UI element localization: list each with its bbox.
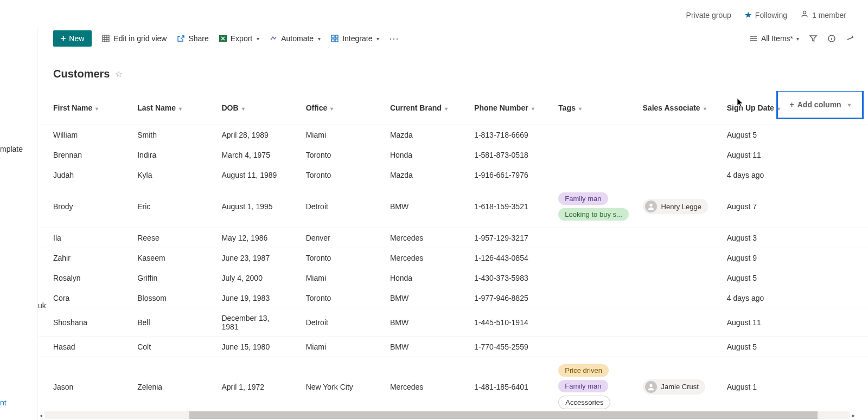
table-row[interactable]: ZahirKaseemJune 23, 1987TorontoMercedes1…	[37, 248, 868, 268]
cell-tags[interactable]	[542, 308, 626, 337]
share-button[interactable]: Share	[176, 34, 208, 43]
automate-button[interactable]: Automate ▾	[269, 34, 321, 43]
cell-date[interactable]: 4 days ago	[711, 288, 776, 308]
cell-tags[interactable]	[542, 268, 626, 288]
cell[interactable]: Mercedes	[374, 248, 458, 268]
person-chip[interactable]: Henry Legge	[643, 199, 708, 214]
add-column-header[interactable]: + Add column ▾	[776, 91, 868, 125]
cell-date[interactable]: August 9	[711, 248, 776, 268]
cell[interactable]: 1-618-159-3521	[458, 185, 542, 228]
more-button[interactable]: ⋯	[389, 33, 399, 44]
cell[interactable]: Toronto	[290, 248, 374, 268]
cell-associate[interactable]: Jamie Crust	[627, 357, 711, 410]
cell[interactable]: Kaseem	[121, 248, 205, 268]
cell-date[interactable]: 4 days ago	[711, 165, 776, 185]
scroll-left-arrow[interactable]: ◂	[37, 411, 44, 419]
cell[interactable]: 1-581-873-0518	[458, 145, 542, 165]
cell[interactable]: August 1, 1995	[205, 185, 289, 228]
cell[interactable]: Mercedes	[374, 228, 458, 248]
cell[interactable]: Hasad	[37, 337, 121, 357]
cell-date[interactable]: August 3	[711, 228, 776, 248]
cell[interactable]: 1-126-443-0854	[458, 248, 542, 268]
cell[interactable]: 1-977-946-8825	[458, 288, 542, 308]
col-first-name[interactable]: First Name▾	[37, 91, 121, 125]
cell-date[interactable]: August 5	[711, 125, 776, 145]
table-row[interactable]: CoraBlossomJune 19, 1983TorontoBMW1-977-…	[37, 288, 868, 308]
cell[interactable]: Honda	[374, 268, 458, 288]
cell-date[interactable]: August 11	[711, 308, 776, 337]
cell[interactable]: Miami	[290, 125, 374, 145]
cell[interactable]: Toronto	[290, 145, 374, 165]
cell-associate[interactable]	[627, 145, 711, 165]
integrate-button[interactable]: Integrate ▾	[330, 34, 379, 43]
cell[interactable]: 1-430-373-5983	[458, 268, 542, 288]
cell[interactable]: Detroit	[290, 308, 374, 337]
table-row[interactable]: JudahKylaAugust 11, 1989TorontoMazda1-91…	[37, 165, 868, 185]
cell[interactable]: Rosalyn	[37, 268, 121, 288]
cell[interactable]: Eric	[121, 185, 205, 228]
cell[interactable]: Jason	[37, 357, 121, 410]
person-chip[interactable]: Jamie Crust	[643, 379, 705, 395]
cell[interactable]: Indira	[121, 145, 205, 165]
cell[interactable]: William	[37, 125, 121, 145]
view-selector[interactable]: All Items* ▾	[749, 34, 799, 43]
cell-tags[interactable]	[542, 337, 626, 357]
cell[interactable]: 1-813-718-6669	[458, 125, 542, 145]
cell[interactable]: Zelenia	[121, 357, 205, 410]
cell[interactable]: Miami	[290, 337, 374, 357]
cell-date[interactable]: August 1	[711, 357, 776, 410]
cell[interactable]: Mazda	[374, 125, 458, 145]
cell[interactable]: June 23, 1987	[205, 248, 289, 268]
scroll-track[interactable]	[44, 411, 850, 419]
cell[interactable]: April 1, 1972	[205, 357, 289, 410]
cell-tags[interactable]: Family manLooking to buy s...	[542, 185, 626, 228]
cell[interactable]: July 4, 2000	[205, 268, 289, 288]
cell[interactable]: New York City	[290, 357, 374, 410]
left-nav-fragment[interactable]: mplate	[0, 145, 23, 153]
table-row[interactable]: BrennanIndiraMarch 4, 1975TorontoHonda1-…	[37, 145, 868, 165]
cell[interactable]: Reese	[121, 228, 205, 248]
following-button[interactable]: ★ Following	[744, 10, 787, 20]
expand-icon[interactable]	[846, 34, 854, 43]
cell[interactable]: Brennan	[37, 145, 121, 165]
tag-chip[interactable]: Price driven	[558, 364, 609, 377]
table-row[interactable]: ShoshanaBellDecember 13, 1981DetroitBMW1…	[37, 308, 868, 337]
cell[interactable]: Mercedes	[374, 357, 458, 410]
cell[interactable]: May 12, 1986	[205, 228, 289, 248]
col-tags[interactable]: Tags▾	[542, 91, 626, 125]
cell[interactable]: Smith	[121, 125, 205, 145]
cell[interactable]: June 15, 1980	[205, 337, 289, 357]
tag-chip[interactable]: Family man	[558, 192, 608, 205]
members-button[interactable]: 1 member	[800, 10, 846, 20]
cell[interactable]: 1-770-455-2559	[458, 337, 542, 357]
filter-icon[interactable]	[809, 34, 818, 43]
cell[interactable]: Blossom	[121, 288, 205, 308]
cell[interactable]: Detroit	[290, 185, 374, 228]
cell[interactable]: Bell	[121, 308, 205, 337]
cell-tags[interactable]	[542, 288, 626, 308]
cell-tags[interactable]: Price drivenFamily manAccessories	[542, 357, 626, 410]
cell-tags[interactable]	[542, 228, 626, 248]
cell-associate[interactable]	[627, 308, 711, 337]
cell[interactable]: Judah	[37, 165, 121, 185]
cell[interactable]: Denver	[290, 228, 374, 248]
col-dob[interactable]: DOB▾	[205, 91, 289, 125]
table-row[interactable]: RosalynGriffinJuly 4, 2000MiamiHonda1-43…	[37, 268, 868, 288]
cell[interactable]: Ila	[37, 228, 121, 248]
cell-date[interactable]: August 7	[711, 185, 776, 228]
col-current-brand[interactable]: Current Brand▾	[374, 91, 458, 125]
cell[interactable]: Brody	[37, 185, 121, 228]
tag-chip[interactable]: Accessories	[558, 396, 610, 409]
col-last-name[interactable]: Last Name▾	[121, 91, 205, 125]
cell-associate[interactable]	[627, 337, 711, 357]
cell[interactable]: August 11, 1989	[205, 165, 289, 185]
cell-tags[interactable]	[542, 165, 626, 185]
cell-associate[interactable]	[627, 268, 711, 288]
cell[interactable]: BMW	[374, 288, 458, 308]
cell[interactable]: Honda	[374, 145, 458, 165]
left-nav-link-fragment[interactable]: nt	[0, 398, 7, 407]
table-scroll-region[interactable]: First Name▾ Last Name▾ DOB▾ Office▾ Curr…	[37, 91, 868, 409]
horizontal-scrollbar[interactable]: ◂ ▸	[37, 411, 857, 419]
cell-associate[interactable]	[627, 165, 711, 185]
table-row[interactable]: IlaReeseMay 12, 1986DenverMercedes1-957-…	[37, 228, 868, 248]
